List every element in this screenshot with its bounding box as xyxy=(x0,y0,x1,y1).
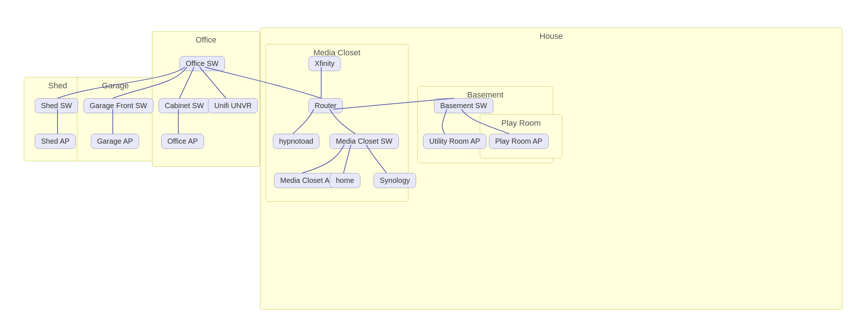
node-unifi-unvr[interactable]: Unifi UNVR xyxy=(208,98,258,113)
node-shed-ap[interactable]: Shed AP xyxy=(35,134,76,149)
node-utility-room-ap[interactable]: Utility Room AP xyxy=(423,134,486,149)
group-office-label: Office xyxy=(152,35,260,45)
group-house-label: House xyxy=(260,32,842,41)
node-hypnotoad[interactable]: hypnotoad xyxy=(273,134,319,149)
node-office-ap[interactable]: Office AP xyxy=(161,134,204,149)
node-basement-sw[interactable]: Basement SW xyxy=(434,98,493,113)
node-home[interactable]: home xyxy=(330,173,360,188)
group-garage-label: Garage xyxy=(77,81,153,91)
node-shed-sw[interactable]: Shed SW xyxy=(35,98,78,113)
network-diagram: Shed Garage Office House Media Closet Ba… xyxy=(0,0,868,335)
node-garage-front-sw[interactable]: Garage Front SW xyxy=(84,98,153,113)
node-cabinet-sw[interactable]: Cabinet SW xyxy=(159,98,210,113)
node-router[interactable]: Router xyxy=(308,98,343,113)
node-synology[interactable]: Synology xyxy=(374,173,416,188)
node-play-room-ap[interactable]: Play Room AP xyxy=(489,134,549,149)
node-office-sw[interactable]: Office SW xyxy=(179,56,225,71)
node-media-closet-sw[interactable]: Media Closet SW xyxy=(330,134,399,149)
group-play-room-label: Play Room xyxy=(480,118,562,128)
node-garage-ap[interactable]: Garage AP xyxy=(91,134,139,149)
node-xfinity[interactable]: Xfinity xyxy=(308,56,341,71)
